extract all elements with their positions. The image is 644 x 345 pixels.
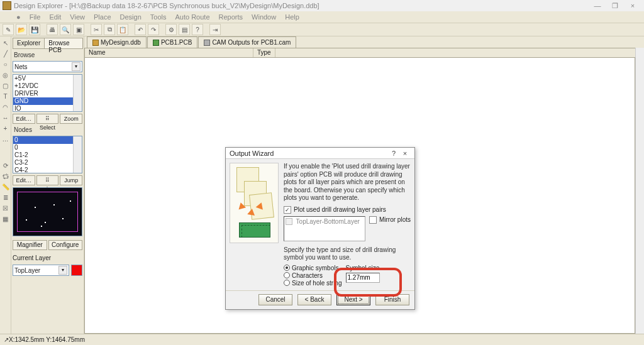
doc-tab-label: PCB1.PCB bbox=[161, 39, 192, 46]
list-item[interactable]: IO bbox=[13, 105, 82, 112]
tool-measure-icon[interactable]: 📏 bbox=[1, 183, 10, 192]
window-close-button[interactable]: × bbox=[624, 2, 641, 9]
menu-file[interactable]: File bbox=[30, 13, 41, 21]
column-name[interactable]: Name bbox=[85, 48, 253, 57]
list-item[interactable]: +12VDC bbox=[13, 82, 82, 90]
window-min-button[interactable]: — bbox=[589, 2, 606, 9]
layer-pairs-listbox: TopLayer-BottomLayer bbox=[284, 216, 365, 241]
scrollbar[interactable] bbox=[73, 75, 82, 111]
toolbar-paste-icon[interactable]: 📋 bbox=[117, 24, 128, 35]
current-layer-dropdown[interactable]: TopLayer ▾ bbox=[13, 265, 69, 276]
nodes-listbox[interactable]: 0 0 C1-2 C3-2 C4-2 C5-2 C6-2 bbox=[13, 136, 82, 173]
cursor-icon: ↗ bbox=[4, 336, 9, 343]
toolbar-zoomarea-icon[interactable]: 🔍 bbox=[60, 24, 71, 35]
tool-rotate-icon[interactable]: ⟳ bbox=[1, 162, 10, 170]
menu-window[interactable]: Window bbox=[252, 13, 276, 21]
plot-used-checkbox[interactable]: ✓ bbox=[284, 206, 291, 214]
toolbar-settings-icon[interactable]: ⚙ bbox=[165, 24, 177, 35]
dialog-help-button[interactable]: ? bbox=[388, 150, 399, 157]
list-item[interactable]: C1-2 bbox=[13, 151, 82, 159]
list-item[interactable]: DRIVER bbox=[13, 90, 82, 97]
list-item[interactable]: C3-2 bbox=[13, 159, 82, 167]
symbol-size-input[interactable] bbox=[346, 273, 380, 283]
doc-tab-label: CAM Outputs for PCB1.cam bbox=[212, 39, 291, 46]
tool-via-icon[interactable]: ◎ bbox=[1, 71, 10, 80]
tab-explorer[interactable]: Explorer bbox=[13, 38, 45, 49]
list-item[interactable]: +5V bbox=[13, 75, 82, 82]
tool-select-icon[interactable]: ↖ bbox=[1, 39, 10, 48]
toolbar-redo-icon[interactable]: ↷ bbox=[148, 24, 159, 35]
toolbar-print-icon[interactable]: 🖶 bbox=[47, 24, 58, 35]
tool-arc-icon[interactable]: ◠ bbox=[1, 103, 10, 112]
menu-edit[interactable]: Edit bbox=[49, 13, 61, 21]
list-item[interactable]: 0 bbox=[13, 144, 82, 151]
mirror-plots-checkbox[interactable]: ✓ bbox=[369, 216, 377, 224]
explorer-panel: Explorer Browse PCB Browse Nets ▾ +5V +1… bbox=[11, 36, 84, 334]
menu-view[interactable]: View bbox=[70, 13, 85, 21]
column-type[interactable]: Type bbox=[253, 48, 275, 57]
tool-layer-icon[interactable]: ≣ bbox=[1, 194, 10, 202]
configure-button[interactable]: Configure bbox=[48, 240, 83, 250]
list-item-selected[interactable]: GND bbox=[13, 97, 82, 105]
tool-dim-icon[interactable]: ↔ bbox=[1, 114, 10, 123]
nodes-label: Nodes bbox=[13, 126, 82, 134]
doc-tab-cam[interactable]: CAM Outputs for PCB1.cam bbox=[198, 36, 296, 48]
nets-edit-button[interactable]: Edit… bbox=[13, 114, 35, 124]
next-button[interactable]: Next > bbox=[336, 294, 370, 305]
layer-color-swatch[interactable] bbox=[71, 265, 82, 276]
nets-zoom-button[interactable]: Zoom bbox=[60, 114, 82, 124]
menu-reports[interactable]: Reports bbox=[219, 13, 243, 21]
toolbar-zoomfit-icon[interactable]: ▣ bbox=[73, 24, 84, 35]
tool-origin-icon[interactable]: + bbox=[1, 124, 10, 133]
tool-track-icon[interactable]: ╱ bbox=[1, 50, 10, 58]
menu-design[interactable]: Design bbox=[120, 13, 142, 21]
browse-type-dropdown[interactable]: Nets ▾ bbox=[13, 61, 82, 72]
list-item-selected[interactable]: 0 bbox=[13, 136, 82, 144]
menu-help[interactable]: Help bbox=[285, 13, 299, 21]
tool-delete-icon[interactable]: ☒ bbox=[1, 204, 10, 213]
toolbar-cut-icon[interactable]: ✂ bbox=[91, 24, 102, 35]
magnifier-button[interactable]: Magnifier bbox=[13, 240, 47, 250]
doc-tab-mydesign[interactable]: MyDesign.ddb bbox=[87, 36, 147, 48]
toolbar-undo-icon[interactable]: ↶ bbox=[135, 24, 146, 35]
toolbar-open-icon[interactable]: 📂 bbox=[16, 24, 27, 35]
tool-pad-icon[interactable]: ○ bbox=[1, 60, 10, 69]
tab-browse-pcb[interactable]: Browse PCB bbox=[44, 38, 83, 49]
tool-fill-icon[interactable]: ▢ bbox=[1, 82, 10, 90]
toolbar-exit-icon[interactable]: ⇥ bbox=[209, 24, 221, 35]
window-max-button[interactable]: ❐ bbox=[606, 2, 624, 10]
toolbar-save-icon[interactable]: 💾 bbox=[29, 24, 40, 35]
nets-select-button[interactable]: ⠿ Select bbox=[36, 114, 59, 124]
current-layer-label: Current Layer bbox=[13, 255, 82, 261]
nodes-edit-button[interactable]: Edit… bbox=[13, 175, 35, 185]
menu-tools[interactable]: Tools bbox=[150, 13, 167, 21]
scrollbar[interactable] bbox=[73, 136, 82, 173]
radio-graphic-label: Graphic symbols bbox=[292, 265, 338, 271]
radio-holesize[interactable] bbox=[284, 280, 290, 286]
nets-listbox[interactable]: +5V +12VDC DRIVER GND IO NetIC1_4 NetIC1… bbox=[13, 74, 82, 112]
plot-used-label: Plot used drill drawing layer pairs bbox=[294, 206, 386, 213]
cancel-button[interactable]: Cancel bbox=[258, 294, 292, 305]
radio-characters[interactable] bbox=[284, 272, 290, 278]
tool-grid-icon[interactable]: ▦ bbox=[1, 215, 10, 224]
tool-text-icon[interactable]: T bbox=[1, 92, 10, 101]
tool-more-icon[interactable]: … bbox=[1, 135, 10, 144]
toolbar-lib-icon[interactable]: ▤ bbox=[179, 24, 190, 35]
finish-button[interactable]: Finish bbox=[375, 294, 409, 305]
radio-graphic-symbols[interactable] bbox=[284, 265, 290, 271]
menu-autoroute[interactable]: Auto Route bbox=[175, 13, 209, 21]
dialog-close-button[interactable]: × bbox=[399, 150, 411, 157]
mdi-control-icon[interactable]: ● bbox=[16, 13, 21, 21]
list-item[interactable]: C4-2 bbox=[13, 167, 82, 173]
nodes-select-button[interactable]: ⠿ Select bbox=[36, 175, 59, 185]
toolbar-help-icon[interactable]: ? bbox=[192, 24, 203, 35]
tool-flip-icon[interactable]: ⮔ bbox=[1, 172, 10, 181]
doc-tab-pcb1[interactable]: PCB1.PCB bbox=[147, 36, 197, 48]
main-scrollbar[interactable] bbox=[635, 48, 644, 334]
back-button[interactable]: < Back bbox=[297, 294, 331, 305]
nodes-jump-button[interactable]: Jump bbox=[60, 175, 82, 185]
toolbar-new-icon[interactable]: ✎ bbox=[3, 24, 14, 35]
toolbar-copy-icon[interactable]: ⧉ bbox=[104, 24, 115, 35]
menu-place[interactable]: Place bbox=[94, 13, 111, 21]
cam-icon bbox=[204, 40, 210, 46]
